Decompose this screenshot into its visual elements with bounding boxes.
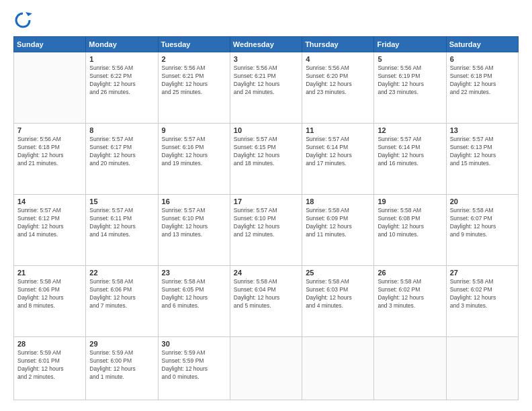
day-number: 7: [17, 126, 82, 134]
week-row-1: 1Sunrise: 5:56 AM Sunset: 6:22 PM Daylig…: [14, 52, 519, 124]
day-info: Sunrise: 5:58 AM Sunset: 6:03 PM Dayligh…: [306, 278, 370, 310]
day-number: 13: [450, 126, 515, 134]
day-number: 29: [89, 340, 154, 348]
day-info: Sunrise: 5:57 AM Sunset: 6:10 PM Dayligh…: [162, 207, 226, 239]
week-row-4: 21Sunrise: 5:58 AM Sunset: 6:06 PM Dayli…: [14, 266, 519, 337]
day-info: Sunrise: 5:57 AM Sunset: 6:12 PM Dayligh…: [17, 207, 82, 239]
day-cell: 6Sunrise: 5:56 AM Sunset: 6:18 PM Daylig…: [446, 52, 518, 124]
day-cell: [302, 337, 374, 400]
day-cell: 3Sunrise: 5:56 AM Sunset: 6:21 PM Daylig…: [230, 52, 302, 124]
day-cell: 21Sunrise: 5:58 AM Sunset: 6:06 PM Dayli…: [14, 266, 86, 337]
weekday-header-sunday: Sunday: [14, 37, 86, 52]
logo-icon: [13, 11, 32, 30]
day-info: Sunrise: 5:56 AM Sunset: 6:18 PM Dayligh…: [450, 64, 515, 97]
day-number: 22: [89, 269, 154, 277]
day-number: 18: [306, 197, 370, 205]
day-info: Sunrise: 5:56 AM Sunset: 6:20 PM Dayligh…: [306, 64, 370, 97]
day-cell: 5Sunrise: 5:56 AM Sunset: 6:19 PM Daylig…: [374, 52, 446, 124]
day-cell: 16Sunrise: 5:57 AM Sunset: 6:10 PM Dayli…: [158, 195, 230, 266]
day-info: Sunrise: 5:57 AM Sunset: 6:14 PM Dayligh…: [306, 136, 370, 168]
day-cell: 9Sunrise: 5:57 AM Sunset: 6:16 PM Daylig…: [158, 124, 230, 195]
day-cell: [374, 337, 446, 400]
day-cell: 30Sunrise: 5:59 AM Sunset: 5:59 PM Dayli…: [158, 337, 230, 400]
day-info: Sunrise: 5:59 AM Sunset: 5:59 PM Dayligh…: [162, 349, 226, 381]
day-number: 3: [234, 55, 298, 63]
day-cell: 28Sunrise: 5:59 AM Sunset: 6:01 PM Dayli…: [14, 337, 86, 400]
day-number: 10: [234, 126, 298, 134]
day-number: 6: [450, 55, 515, 63]
day-info: Sunrise: 5:57 AM Sunset: 6:17 PM Dayligh…: [89, 136, 154, 168]
day-number: 23: [162, 269, 226, 277]
day-info: Sunrise: 5:57 AM Sunset: 6:13 PM Dayligh…: [450, 136, 515, 168]
day-cell: 1Sunrise: 5:56 AM Sunset: 6:22 PM Daylig…: [86, 52, 158, 124]
page: SundayMondayTuesdayWednesdayThursdayFrid…: [0, 0, 532, 411]
weekday-header-monday: Monday: [86, 37, 158, 52]
day-cell: [446, 337, 518, 400]
day-info: Sunrise: 5:57 AM Sunset: 6:11 PM Dayligh…: [89, 207, 154, 239]
day-cell: [14, 52, 86, 124]
weekday-header-tuesday: Tuesday: [158, 37, 230, 52]
day-info: Sunrise: 5:58 AM Sunset: 6:06 PM Dayligh…: [89, 278, 154, 310]
day-cell: 25Sunrise: 5:58 AM Sunset: 6:03 PM Dayli…: [302, 266, 374, 337]
day-cell: 24Sunrise: 5:58 AM Sunset: 6:04 PM Dayli…: [230, 266, 302, 337]
week-row-3: 14Sunrise: 5:57 AM Sunset: 6:12 PM Dayli…: [14, 195, 519, 266]
day-cell: 4Sunrise: 5:56 AM Sunset: 6:20 PM Daylig…: [302, 52, 374, 124]
day-number: 24: [234, 269, 298, 277]
day-number: 15: [89, 197, 154, 205]
day-info: Sunrise: 5:58 AM Sunset: 6:02 PM Dayligh…: [378, 278, 442, 310]
day-cell: 26Sunrise: 5:58 AM Sunset: 6:02 PM Dayli…: [374, 266, 446, 337]
weekday-header-friday: Friday: [374, 37, 446, 52]
day-cell: 22Sunrise: 5:58 AM Sunset: 6:06 PM Dayli…: [86, 266, 158, 337]
day-number: 11: [306, 126, 370, 134]
day-cell: 12Sunrise: 5:57 AM Sunset: 6:14 PM Dayli…: [374, 124, 446, 195]
calendar: SundayMondayTuesdayWednesdayThursdayFrid…: [13, 36, 519, 400]
day-number: 16: [162, 197, 226, 205]
day-number: 4: [306, 55, 370, 63]
day-cell: 17Sunrise: 5:57 AM Sunset: 6:10 PM Dayli…: [230, 195, 302, 266]
weekday-header-saturday: Saturday: [446, 37, 518, 52]
day-cell: 29Sunrise: 5:59 AM Sunset: 6:00 PM Dayli…: [86, 337, 158, 400]
day-number: 26: [378, 269, 442, 277]
day-cell: 20Sunrise: 5:58 AM Sunset: 6:07 PM Dayli…: [446, 195, 518, 266]
day-cell: 10Sunrise: 5:57 AM Sunset: 6:15 PM Dayli…: [230, 124, 302, 195]
day-cell: 18Sunrise: 5:58 AM Sunset: 6:09 PM Dayli…: [302, 195, 374, 266]
day-number: 12: [378, 126, 442, 134]
logo: [13, 11, 35, 30]
day-cell: 23Sunrise: 5:58 AM Sunset: 6:05 PM Dayli…: [158, 266, 230, 337]
day-info: Sunrise: 5:57 AM Sunset: 6:14 PM Dayligh…: [378, 136, 442, 168]
day-info: Sunrise: 5:59 AM Sunset: 6:01 PM Dayligh…: [17, 349, 82, 381]
day-number: 27: [450, 269, 515, 277]
day-info: Sunrise: 5:57 AM Sunset: 6:16 PM Dayligh…: [162, 136, 226, 168]
day-number: 14: [17, 197, 82, 205]
day-number: 17: [234, 197, 298, 205]
day-info: Sunrise: 5:58 AM Sunset: 6:04 PM Dayligh…: [234, 278, 298, 310]
day-cell: [230, 337, 302, 400]
weekday-header-row: SundayMondayTuesdayWednesdayThursdayFrid…: [14, 37, 519, 52]
day-cell: 11Sunrise: 5:57 AM Sunset: 6:14 PM Dayli…: [302, 124, 374, 195]
day-info: Sunrise: 5:56 AM Sunset: 6:19 PM Dayligh…: [378, 64, 442, 97]
day-number: 20: [450, 197, 515, 205]
day-cell: 7Sunrise: 5:56 AM Sunset: 6:18 PM Daylig…: [14, 124, 86, 195]
day-number: 2: [162, 55, 226, 63]
week-row-2: 7Sunrise: 5:56 AM Sunset: 6:18 PM Daylig…: [14, 124, 519, 195]
weekday-header-wednesday: Wednesday: [230, 37, 302, 52]
day-number: 9: [162, 126, 226, 134]
day-number: 25: [306, 269, 370, 277]
day-cell: 2Sunrise: 5:56 AM Sunset: 6:21 PM Daylig…: [158, 52, 230, 124]
day-info: Sunrise: 5:56 AM Sunset: 6:21 PM Dayligh…: [234, 64, 298, 97]
day-info: Sunrise: 5:58 AM Sunset: 6:09 PM Dayligh…: [306, 207, 370, 239]
day-info: Sunrise: 5:59 AM Sunset: 6:00 PM Dayligh…: [89, 349, 154, 381]
day-info: Sunrise: 5:58 AM Sunset: 6:07 PM Dayligh…: [450, 207, 515, 239]
day-info: Sunrise: 5:58 AM Sunset: 6:06 PM Dayligh…: [17, 278, 82, 310]
day-cell: 14Sunrise: 5:57 AM Sunset: 6:12 PM Dayli…: [14, 195, 86, 266]
day-info: Sunrise: 5:58 AM Sunset: 6:08 PM Dayligh…: [378, 207, 442, 239]
day-number: 21: [17, 269, 82, 277]
day-number: 19: [378, 197, 442, 205]
day-cell: 15Sunrise: 5:57 AM Sunset: 6:11 PM Dayli…: [86, 195, 158, 266]
day-cell: 19Sunrise: 5:58 AM Sunset: 6:08 PM Dayli…: [374, 195, 446, 266]
day-info: Sunrise: 5:56 AM Sunset: 6:22 PM Dayligh…: [89, 64, 154, 97]
day-cell: 8Sunrise: 5:57 AM Sunset: 6:17 PM Daylig…: [86, 124, 158, 195]
day-number: 28: [17, 340, 82, 348]
day-number: 8: [89, 126, 154, 134]
day-info: Sunrise: 5:56 AM Sunset: 6:21 PM Dayligh…: [162, 64, 226, 97]
